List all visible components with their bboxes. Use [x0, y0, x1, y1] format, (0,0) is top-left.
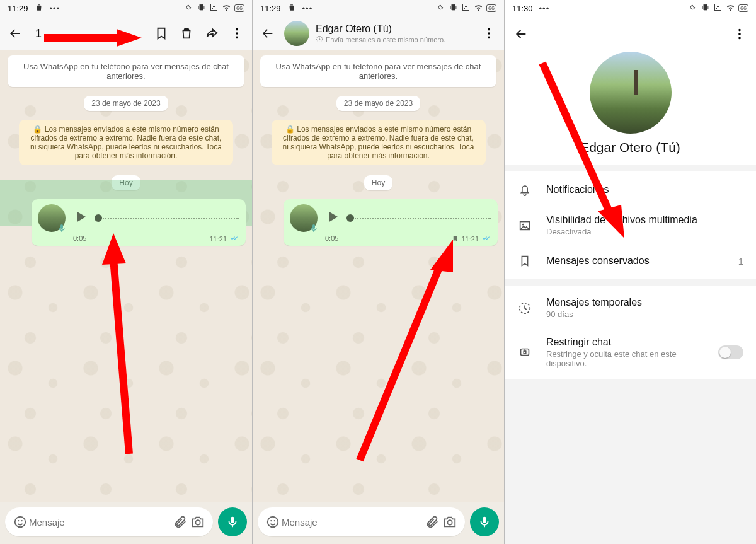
svg-point-7: [195, 520, 200, 524]
svg-point-18: [270, 520, 272, 521]
contact-header[interactable]: Edgar Otero (Tú) Envía mensajes a este m…: [284, 21, 445, 46]
date-chip: 23 de mayo de 2023: [84, 96, 168, 111]
image-icon: [517, 219, 532, 233]
setting-kept-messages[interactable]: Mensajes conservados 1: [505, 245, 756, 277]
voice-message-bubble[interactable]: 0:05 11:21: [284, 199, 498, 246]
divider: [505, 165, 756, 171]
status-time: 11:29: [8, 4, 28, 13]
svg-point-14: [488, 28, 490, 31]
attach-icon[interactable]: [171, 513, 189, 531]
voice-waveform[interactable]: [348, 211, 491, 226]
back-icon[interactable]: [6, 25, 24, 42]
screenshot-2: 11:29 ••• 66 Edgar Otero (Tú) Envía mens…: [252, 0, 504, 544]
more-indicator-icon: •••: [50, 4, 60, 13]
svg-point-15: [488, 32, 490, 35]
voice-duration: 0:05: [73, 234, 86, 243]
svg-point-3: [236, 37, 238, 39]
message-input[interactable]: [282, 517, 423, 528]
mic-button[interactable]: [470, 507, 499, 536]
play-icon[interactable]: [72, 208, 89, 228]
wifi-icon: [726, 3, 735, 14]
more-icon[interactable]: [480, 25, 498, 42]
setting-title: Visibilidad de archivos multimedia: [546, 214, 743, 226]
chat-lock-toggle[interactable]: [718, 345, 743, 359]
timer-icon: [517, 301, 532, 315]
selection-toolbar: 1: [0, 16, 252, 50]
voice-waveform[interactable]: [96, 211, 239, 226]
setting-disappearing[interactable]: Mensajes temporales 90 días: [505, 288, 756, 328]
profile-name: Edgar Otero (Tú): [505, 140, 756, 155]
svg-point-28: [522, 223, 524, 225]
svg-point-17: [268, 517, 278, 528]
close-box-icon: [209, 3, 219, 14]
back-icon[interactable]: [259, 25, 277, 42]
more-indicator-icon: •••: [302, 4, 313, 13]
dnd-icon: [184, 3, 193, 14]
mic-button[interactable]: [218, 507, 247, 536]
more-icon[interactable]: [228, 25, 246, 42]
battery-icon: 66: [234, 4, 244, 12]
more-indicator-icon: •••: [539, 4, 550, 13]
chat-toolbar: Edgar Otero (Tú) Envía mensajes a este m…: [253, 16, 504, 50]
profile-header: Edgar Otero (Tú): [505, 48, 756, 165]
selection-count: 1: [32, 27, 42, 40]
svg-point-2: [236, 32, 238, 35]
setting-title: Mensajes temporales: [546, 297, 743, 308]
message-input-bar: [253, 502, 504, 544]
bookmark-icon[interactable]: [152, 25, 170, 42]
back-icon[interactable]: [512, 25, 530, 43]
sticker-icon[interactable]: [264, 513, 282, 531]
status-time: 11:30: [512, 4, 533, 13]
sticker-icon[interactable]: [11, 513, 29, 531]
divider: [505, 279, 756, 286]
svg-rect-31: [524, 351, 526, 354]
setting-subtitle: Restringe y oculta este chat en este dis…: [546, 349, 704, 368]
setting-chat-lock[interactable]: Restringir chat Restringe y oculta este …: [505, 328, 756, 377]
setting-title: Notificaciones: [546, 184, 743, 195]
contact-subtitle: Envía mensajes a este mismo número.: [326, 36, 445, 43]
bell-icon: [517, 183, 532, 197]
message-input-bar: [0, 502, 252, 544]
vibrate-icon: [197, 3, 206, 14]
encryption-notice[interactable]: 🔒 Los mensajes enviados a este mismo núm…: [272, 120, 486, 165]
mic-badge-icon: [309, 223, 319, 233]
profile-avatar[interactable]: [590, 52, 672, 134]
svg-point-19: [274, 520, 275, 521]
encryption-notice[interactable]: 🔒 Los mensajes enviados a este mismo núm…: [19, 120, 233, 165]
disappearing-icon: [316, 35, 323, 44]
read-ticks-icon: [229, 234, 239, 243]
divider: [505, 379, 756, 544]
setting-media-visibility[interactable]: Visibilidad de archivos multimedia Desac…: [505, 205, 756, 245]
camera-icon[interactable]: [441, 513, 459, 531]
chat-area: Usa WhatsApp en tu teléfono para ver men…: [0, 50, 252, 502]
contact-name: Edgar Otero (Tú): [316, 23, 445, 35]
wifi-icon: [474, 3, 483, 14]
trash-indicator-icon: [35, 3, 43, 14]
status-bar: 11:29 ••• 66: [253, 0, 504, 16]
setting-notifications[interactable]: Notificaciones: [505, 174, 756, 205]
close-box-icon: [461, 3, 471, 14]
message-input[interactable]: [29, 517, 171, 528]
settings-list: Mensajes temporales 90 días Restringir c…: [505, 286, 756, 379]
camera-icon[interactable]: [189, 513, 207, 531]
screenshot-3: 11:30 ••• 66 Edgar Otero (Tú) Notificaci…: [504, 0, 756, 544]
voice-message-bubble[interactable]: 0:05 11:21: [32, 199, 246, 246]
svg-point-16: [488, 37, 490, 39]
screenshot-1: 11:29 ••• 66 1: [0, 0, 252, 544]
battery-icon: 66: [486, 4, 496, 12]
play-icon[interactable]: [324, 208, 341, 228]
status-bar: 11:29 ••• 66: [0, 0, 252, 16]
delete-icon[interactable]: [178, 25, 195, 42]
settings-list: Notificaciones Visibilidad de archivos m…: [505, 171, 756, 279]
date-chip: 23 de mayo de 2023: [336, 96, 420, 111]
svg-point-24: [738, 29, 741, 32]
today-chip: Hoy: [364, 175, 392, 190]
sender-avatar: [290, 204, 318, 232]
more-icon[interactable]: [731, 25, 748, 43]
read-ticks-icon: [481, 234, 491, 243]
sync-banner: Usa WhatsApp en tu teléfono para ver men…: [260, 55, 496, 87]
attach-icon[interactable]: [423, 513, 441, 531]
forward-icon[interactable]: [203, 25, 220, 42]
svg-point-4: [15, 517, 26, 528]
dnd-icon: [688, 3, 697, 14]
